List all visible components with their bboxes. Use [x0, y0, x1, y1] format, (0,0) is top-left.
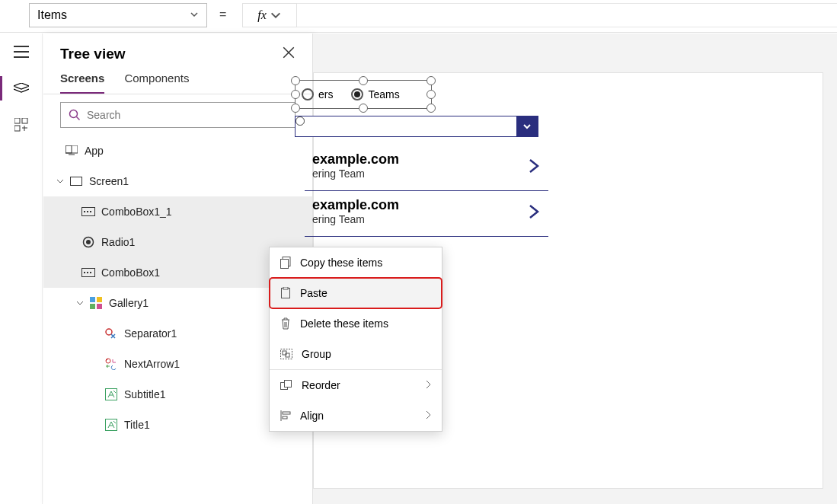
- expand-toggle[interactable]: [74, 299, 86, 307]
- tree-label: Radio1: [101, 236, 135, 248]
- svg-rect-28: [283, 287, 288, 289]
- radio-label: Teams: [368, 88, 399, 100]
- chevron-right-icon: [425, 379, 431, 391]
- ctx-label: Paste: [300, 287, 327, 299]
- hamburger-icon: [14, 46, 29, 58]
- svg-rect-24: [106, 419, 117, 431]
- combobox-control[interactable]: [295, 116, 538, 137]
- radio-control[interactable]: ers Teams: [295, 80, 432, 109]
- ctx-label: Reorder: [302, 379, 340, 391]
- combobox-icon: [81, 205, 95, 219]
- chevron-right-icon[interactable]: [527, 157, 541, 175]
- label-icon: [104, 388, 118, 401]
- svg-point-22: [106, 359, 110, 363]
- ctx-align[interactable]: Align: [270, 400, 442, 431]
- hamburger-button[interactable]: [0, 33, 43, 70]
- tree-label: Separator1: [124, 327, 177, 340]
- svg-rect-26: [281, 260, 289, 269]
- fx-button[interactable]: fx: [242, 3, 297, 27]
- screen-icon: [69, 174, 83, 188]
- gallery-title: example.com: [312, 197, 399, 213]
- grid-add-icon: [14, 118, 28, 132]
- gallery-row[interactable]: example.com ering Team: [305, 145, 548, 191]
- paste-icon: [280, 287, 291, 299]
- svg-rect-9: [87, 211, 88, 212]
- layers-icon: [14, 83, 29, 94]
- left-rail: [0, 33, 43, 504]
- svg-rect-1: [22, 118, 27, 123]
- svg-rect-18: [97, 297, 102, 302]
- svg-rect-5: [65, 145, 72, 153]
- svg-rect-19: [90, 304, 95, 309]
- chevron-down-icon: [522, 122, 532, 131]
- tree-view-title: Tree view: [60, 46, 126, 62]
- svg-rect-33: [285, 381, 292, 388]
- tree-label: NextArrow1: [124, 358, 180, 370]
- chevron-down-icon: [190, 8, 199, 22]
- tree-label: Subtitle1: [124, 388, 165, 400]
- formula-bar: Items = fx: [0, 0, 837, 33]
- chevron-right-icon[interactable]: [527, 203, 541, 221]
- radio-option-1[interactable]: ers: [302, 88, 333, 100]
- property-dropdown[interactable]: Items: [29, 3, 207, 27]
- gallery-subtitle: ering Team: [312, 167, 399, 180]
- ctx-label: Group: [302, 348, 331, 360]
- svg-rect-20: [97, 304, 102, 309]
- equals-label: =: [219, 8, 226, 21]
- ctx-reorder[interactable]: Reorder: [270, 370, 442, 400]
- tree-node-app[interactable]: App: [43, 136, 312, 166]
- search-input[interactable]: [60, 102, 296, 128]
- separator-icon: [104, 327, 118, 340]
- svg-rect-14: [84, 272, 85, 273]
- svg-rect-23: [106, 389, 117, 400]
- combobox-icon: [81, 266, 95, 279]
- tree-label: App: [85, 145, 104, 157]
- gallery-subtitle: ering Team: [312, 213, 399, 225]
- ctx-label: Copy these items: [300, 257, 382, 269]
- radio-label: ers: [318, 88, 333, 100]
- tab-screens[interactable]: Screens: [60, 72, 104, 94]
- ctx-group[interactable]: Group: [270, 339, 442, 369]
- gallery-row[interactable]: example.com ering Team: [305, 191, 548, 237]
- expand-toggle[interactable]: [54, 177, 66, 185]
- components-button[interactable]: [0, 107, 43, 143]
- radio-option-2[interactable]: Teams: [351, 88, 399, 100]
- formula-input[interactable]: [297, 3, 837, 27]
- ctx-paste[interactable]: Paste: [270, 278, 442, 308]
- gallery-icon: [89, 296, 103, 310]
- close-icon: [282, 46, 296, 59]
- svg-rect-10: [90, 211, 91, 212]
- svg-rect-35: [283, 416, 287, 419]
- close-button[interactable]: [282, 46, 296, 62]
- ctx-copy[interactable]: Copy these items: [270, 247, 442, 278]
- tree-node-combobox1-1[interactable]: ComboBox1_1: [43, 196, 312, 227]
- svg-rect-34: [283, 412, 290, 414]
- svg-rect-16: [90, 272, 91, 273]
- reorder-icon: [280, 380, 292, 391]
- ctx-delete[interactable]: Delete these items: [270, 308, 442, 339]
- controls-icon: [104, 357, 118, 371]
- tree-node-screen1[interactable]: Screen1: [43, 166, 312, 196]
- fx-icon: fx: [257, 8, 267, 22]
- ctx-label: Delete these items: [300, 317, 388, 330]
- radio-icon: [81, 235, 95, 249]
- search-field[interactable]: [87, 109, 287, 121]
- app-icon: [65, 144, 78, 158]
- svg-point-3: [70, 110, 78, 118]
- context-menu: Copy these items Paste Delete these item…: [269, 247, 442, 432]
- ctx-label: Align: [300, 410, 324, 422]
- svg-point-21: [106, 329, 112, 335]
- combobox-dropdown-button[interactable]: [516, 116, 538, 136]
- search-icon: [69, 109, 81, 121]
- svg-rect-8: [84, 211, 85, 212]
- tree-view-button[interactable]: [0, 70, 43, 107]
- tree-label: ComboBox1_1: [101, 206, 172, 218]
- svg-rect-0: [14, 118, 20, 123]
- tab-components[interactable]: Components: [124, 72, 189, 94]
- svg-rect-15: [87, 272, 88, 273]
- tree-label: Title1: [124, 419, 150, 431]
- gallery-title: example.com: [312, 152, 399, 167]
- trash-icon: [280, 317, 291, 330]
- svg-rect-6: [71, 177, 82, 186]
- tree-label: Gallery1: [109, 297, 149, 309]
